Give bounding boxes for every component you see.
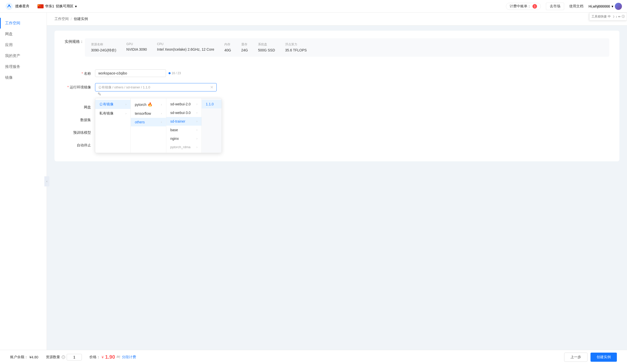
billing-label: 计费中账单：: [510, 4, 531, 9]
pretrain-label: 预训练模型: [65, 128, 95, 135]
toolbar-icon-arrow: ↕: [616, 15, 617, 18]
spec-table: 资源名称 3090-24G(特价) GPU NVIDIA 3090 CPU In…: [85, 38, 609, 57]
resource-quantity-input[interactable]: [67, 354, 82, 360]
image-clear-button[interactable]: ✕: [210, 85, 213, 90]
network-disk-label: 网盘: [65, 103, 95, 110]
avatar: [615, 3, 622, 10]
chevron-icon: ›: [125, 103, 126, 106]
sidebar: 工作空间 网盘 应用 我的资产 推理服务 镜像 ‹: [0, 13, 47, 350]
region-change-text[interactable]: 切换可用区: [56, 4, 73, 9]
sidebar-item-inference[interactable]: 推理服务: [0, 61, 47, 72]
chevron-icon: ›: [161, 112, 162, 115]
dropdown-col-type: 公有镜像 › 私有镜像 ›: [95, 98, 131, 153]
image-label: 运行环境镜像: [65, 83, 95, 90]
chevron-icon: ›: [161, 103, 162, 106]
logo[interactable]: 揽睿星舟: [5, 2, 29, 10]
image-content: 公有镜像 / others / sd-trainer / 1.1.0 ✕ ✎ 公…: [95, 83, 609, 97]
bottom-actions: 上一步 创建实例: [564, 353, 617, 362]
svg-text:★: ★: [38, 5, 39, 6]
dropdown-item-pytorch[interactable]: pytorch 🔥 ›: [131, 100, 166, 109]
dropdown-item-others[interactable]: others ›: [131, 118, 166, 126]
sidebar-item-assets[interactable]: 我的资产: [0, 50, 47, 61]
topbar: 揽睿星舟 ★ ★ ★ ★ ★ 华东1 切换可用区 ▾ 计费中账单： 1 去市场 …: [0, 0, 627, 13]
sidebar-item-app[interactable]: 应用: [0, 40, 47, 50]
breadcrumb: 工作空间 / 创建实例: [47, 13, 627, 26]
resource-info-icon[interactable]: ⓘ: [62, 355, 65, 359]
image-placeholder: 公有镜像 / others / sd-trainer / 1.1.0: [98, 85, 150, 90]
resource-label: 资源数量: [46, 355, 60, 359]
region-selector[interactable]: ★ ★ ★ ★ ★ 华东1 切换可用区 ▾: [35, 3, 79, 10]
dropdown-item-nginx[interactable]: nginx ›: [166, 134, 201, 143]
logo-text: 揽睿星舟: [15, 4, 29, 9]
price-unit: /时: [117, 355, 120, 359]
balance-info: 账户余额： ¥4.80: [10, 355, 38, 359]
logo-icon: [5, 2, 13, 10]
doc-button[interactable]: 使用文档: [569, 4, 583, 9]
dropdown-item-public[interactable]: 公有镜像 ›: [95, 100, 131, 109]
dropdown-item-sd-trainer[interactable]: sd-trainer ›: [166, 117, 201, 126]
sidebar-item-label: 镜像: [5, 75, 13, 80]
image-selector[interactable]: 公有镜像 / others / sd-trainer / 1.1.0 ✕: [95, 83, 217, 91]
sidebar-item-label: 我的资产: [5, 53, 20, 58]
flag-icon: ★ ★ ★ ★ ★: [38, 4, 44, 8]
bottom-bar: 账户余额： ¥4.80 资源数量 ⓘ 价格： ¥ 1.90 /时 分段计费 上一…: [0, 350, 627, 364]
dropdown-item-pytorch-rdma[interactable]: pytorch_rdma ›: [166, 143, 201, 151]
content-area: 工作空间 / 创建实例 实例规格： 资源名称 3090-24G(特价) GPU …: [47, 13, 627, 350]
name-counter: 16 / 23: [169, 71, 181, 75]
dropdown-item-tensorflow[interactable]: tensorflow ›: [131, 109, 166, 118]
spec-label: 实例规格：: [65, 38, 85, 44]
price-value: 1.90: [105, 354, 115, 360]
price-info: 价格： ¥ 1.90 /时 分段计费: [89, 354, 136, 360]
dropdown-item-version-1[interactable]: 1.1.0: [202, 100, 222, 108]
svg-text:★: ★: [40, 6, 40, 7]
chevron-icon: ›: [125, 112, 126, 115]
image-edit-button[interactable]: ✎: [98, 92, 101, 97]
image-selector-wrap: 公有镜像 / others / sd-trainer / 1.1.0 ✕ ✎ 公…: [95, 83, 609, 97]
spec-col-vram: 显存 24G: [241, 42, 248, 53]
sidebar-item-mirror[interactable]: 镜像: [0, 72, 47, 83]
toolbar-icon-edit: ✏: [618, 15, 621, 18]
chevron-icon: ›: [196, 145, 197, 149]
dropdown-item-base[interactable]: base ›: [166, 126, 201, 134]
region-text: 华东1: [45, 4, 54, 9]
breadcrumb-separator: /: [71, 17, 72, 21]
dropdown-item-private[interactable]: 私有镜像 ›: [95, 109, 131, 118]
svg-point-1: [8, 5, 10, 6]
dropdown-col-name: sd-webui-2.0 › sd-webui-3.0 › sd-trainer…: [166, 98, 202, 153]
dropdown-col-version: 1.1.0: [202, 98, 222, 153]
dropdown-item-sd-webui-3[interactable]: sd-webui-3.0 ›: [166, 108, 201, 117]
dataset-label: 数据集: [65, 116, 95, 122]
back-button[interactable]: 上一步: [564, 353, 587, 362]
user-name: Hi,whj666666: [588, 4, 610, 8]
chevron-down-icon: ▾: [612, 4, 613, 8]
name-row: 名称 16 / 23: [65, 69, 609, 77]
sidebar-collapse-button[interactable]: ‹: [44, 176, 49, 186]
name-input[interactable]: [95, 69, 166, 77]
resource-info: 资源数量 ⓘ: [46, 354, 82, 360]
spec-col-gpu: GPU NVIDIA 3090: [126, 42, 147, 53]
create-button[interactable]: 创建实例: [591, 353, 617, 362]
sidebar-item-label: 工作空间: [5, 21, 20, 26]
chevron-icon: ›: [161, 120, 162, 124]
sidebar-item-disk[interactable]: 网盘: [0, 29, 47, 40]
sidebar-item-workspace[interactable]: 工作空间: [0, 18, 47, 29]
price-currency: ¥: [102, 355, 104, 359]
spec-col-cpu: CPU Intel Xeon(Icelake) 2.6GHz, 12 Core: [157, 42, 214, 53]
name-content: 16 / 23: [95, 69, 609, 77]
breadcrumb-parent[interactable]: 工作空间: [54, 17, 69, 21]
image-row: 运行环境镜像 公有镜像 / others / sd-trainer / 1.1.…: [65, 83, 609, 97]
chevron-icon: ›: [196, 102, 197, 106]
dropdown-item-sd-webui-2[interactable]: sd-webui-2.0 ›: [166, 100, 201, 108]
user-info[interactable]: Hi,whj666666 ▾: [588, 3, 622, 10]
spec-col-flops: 浮点算力 35.6 TFLOPS: [285, 42, 307, 53]
floating-toolbar[interactable]: 工具箱快捷 中 ☽ ↕ ✏ ⓘ: [589, 13, 627, 21]
toolbar-icon-moon: ☽: [612, 15, 615, 18]
chevron-icon: ›: [196, 137, 197, 140]
spec-section: 实例规格： 资源名称 3090-24G(特价) GPU NVIDIA 3090 …: [65, 38, 609, 62]
spec-col-disk: 系统盘 500G SSD: [258, 42, 275, 53]
market-button[interactable]: 去市场: [546, 3, 564, 10]
spec-col-memory: 内存 40G: [224, 42, 231, 53]
sidebar-item-label: 推理服务: [5, 64, 20, 69]
installment-link[interactable]: 分段计费: [122, 355, 136, 359]
billing-badge[interactable]: 计费中账单： 1: [506, 3, 541, 10]
